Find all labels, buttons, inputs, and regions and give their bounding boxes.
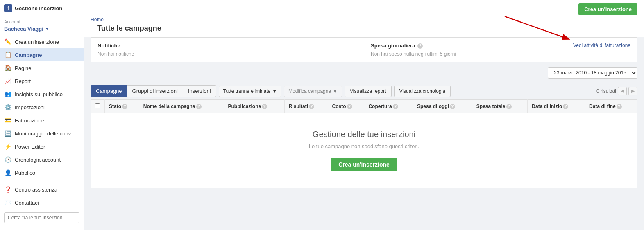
nome-help-icon[interactable]: ? [196,104,202,109]
pubblicazione-help-icon[interactable]: ? [262,104,267,109]
visualizza-report-button[interactable]: Visualizza report [345,86,392,97]
toolbar: CampagneGruppi di inserzioniInserzioni T… [91,82,637,99]
sidebar-item-centro_assistenza[interactable]: ❓Centro assistenza [0,183,84,196]
sidebar-item-label: Crea un'inserzione [15,39,59,45]
sidebar-item-cronologia[interactable]: 🕐Cronologia account [0,153,84,166]
table-body: Gestione delle tue inserzioni Le tue cam… [91,113,637,188]
sidebar-item-label: Contattaci [15,200,39,206]
crea-icon: ✏️ [4,38,11,45]
sidebar-search-area [0,209,84,226]
sidebar-item-power_editor[interactable]: ⚡Power Editor [0,140,84,153]
select-all-checkbox[interactable] [95,103,100,108]
next-page-button[interactable]: ▶ [628,87,637,95]
spesa_totale-help-icon[interactable]: ? [506,104,512,109]
sidebar-item-label: Impostazioni [15,104,45,110]
sidebar-item-campagne[interactable]: 📋Campagne [0,48,84,61]
table-header-spesa_totale: Spesa totale? [472,100,528,113]
account-section-label: Account [0,15,84,25]
page-title: Tutte le campagne [91,23,637,37]
monitoraggio-icon: 🔄 [4,130,11,137]
top-header-section: Crea un'inserzione Home Tutte le campagn… [84,0,644,37]
prev-page-button[interactable]: ◀ [618,87,627,95]
sidebar-item-label: Fatturazione [15,117,44,124]
modifica-dropdown-icon: ▼ [333,88,338,94]
empty-state: Gestione delle tue inserzioni Le tue cam… [91,113,637,188]
table-header-spesa_oggi: Spesa di oggi? [413,100,472,113]
search-input[interactable] [4,212,79,223]
data_fine-help-icon[interactable]: ? [617,104,622,109]
sidebar-item-monitoraggio[interactable]: 🔄Monitoraggio delle conv... [0,127,84,140]
power_editor-icon: ⚡ [4,143,11,150]
visualizza-cronologia-button[interactable]: Visualizza cronologia [394,86,451,97]
sidebar-item-fatturazione[interactable]: 💳Fatturazione [0,114,84,127]
costo-help-icon[interactable]: ? [347,104,352,109]
table-header: Stato?Nome della campagna?Pubblicazione?… [91,100,637,113]
campaigns-table: Stato?Nome della campagna?Pubblicazione?… [91,99,637,188]
spending-text: Non hai speso nulla negli ultimi 5 giorn… [371,51,630,57]
spending-panel: Spesa giornaliera ? Vedi attività di fat… [364,38,637,62]
modifica-campagne-button[interactable]: Modifica campagne ▼ [284,86,342,97]
date-range-row: 23 marzo 2010 - 18 maggio 2015 [91,67,637,79]
sidebar-item-impostazioni[interactable]: ⚙️Impostazioni [0,101,84,114]
empty-state-description: Le tue campagne non soddisfano questi cr… [99,143,629,149]
table-header-data_inizio: Data di inizio? [528,100,585,113]
header-actions: Crea un'inserzione [84,0,644,15]
sidebar-item-label: Campagne [15,52,42,58]
results-count: 0 risultati ◀ ▶ [596,87,637,95]
impostazioni-icon: ⚙️ [4,104,11,111]
campagne-icon: 📋 [4,51,11,59]
info-panel: Notifiche Non hai notifiche Spesa giorna… [91,37,637,62]
sidebar: f Gestione inserzioni Account Bacheca Vi… [0,0,84,230]
create-ad-button-top[interactable]: Crea un'inserzione [578,3,637,15]
spesa_oggi-help-icon[interactable]: ? [450,104,455,109]
table-header-pubblicazione: Pubblicazione? [224,100,284,113]
account-name[interactable]: Bacheca Viaggi ▼ [0,25,84,35]
table-header-stato: Stato? [105,100,139,113]
copertura-help-icon[interactable]: ? [393,104,398,109]
spending-title: Spesa giornaliera ? [371,43,423,49]
facebook-logo-icon: f [4,4,12,12]
sidebar-header: f Gestione inserzioni [0,0,84,15]
fatturazione-icon: 💳 [4,117,11,124]
sidebar-divider [0,181,84,181]
tab-gruppi[interactable]: Gruppi di inserzioni [127,85,183,97]
tab-inserzioni[interactable]: Inserzioni [183,85,216,97]
billing-activity-link[interactable]: Vedi attività di fatturazione [573,43,630,48]
pubblico-icon: 👤 [4,169,11,176]
date-range-select[interactable]: 23 marzo 2010 - 18 maggio 2015 [548,67,637,79]
sidebar-item-label: Pagine [15,65,31,71]
sidebar-item-insights[interactable]: 👥Insights sul pubblico [0,88,84,101]
sidebar-item-label: Centro assistenza [15,187,57,193]
dropdown-arrow-icon: ▼ [272,88,277,94]
sidebar-item-label: Power Editor [15,144,45,150]
report-icon: 📈 [4,77,11,85]
notifications-panel: Notifiche Non hai notifiche [91,38,364,62]
cronologia-icon: 🕐 [4,156,11,163]
data_inizio-help-icon[interactable]: ? [563,104,568,109]
table-row: Gestione delle tue inserzioni Le tue cam… [91,113,637,188]
create-ad-button-center[interactable]: Crea un'inserzione [331,158,397,171]
account-dropdown-icon: ▼ [45,27,49,31]
notifications-text: Non hai notifiche [98,51,357,57]
sidebar-item-pagine[interactable]: 🏠Pagine [0,61,84,74]
tab-campagne[interactable]: Campagne [91,85,127,97]
sidebar-item-report[interactable]: 📈Report [0,74,84,88]
table-header-costo: Costo? [328,100,364,113]
stato-help-icon[interactable]: ? [122,104,127,109]
table-header-copertura: Copertura? [364,100,413,113]
filter-dropdown-button[interactable]: Tutte tranne eliminate ▼ [219,86,282,97]
sidebar-item-contattaci[interactable]: ✉️Contattaci [0,196,84,209]
sidebar-item-label: Monitoraggio delle conv... [15,131,75,137]
sidebar-item-label: Insights sul pubblico [15,91,63,97]
empty-state-title: Gestione delle tue inserzioni [99,130,629,139]
content-area: Notifiche Non hai notifiche Spesa giorna… [84,37,644,230]
app-title: Gestione inserzioni [15,5,64,11]
sidebar-item-crea[interactable]: ✏️Crea un'inserzione [0,35,84,48]
breadcrumb: Home [91,17,637,23]
sidebar-item-pubblico[interactable]: 👤Pubblico [0,166,84,179]
spending-help-icon[interactable]: ? [417,43,423,49]
pagine-icon: 🏠 [4,64,11,72]
table-header-data_fine: Data di fine? [585,100,637,113]
risultati-help-icon[interactable]: ? [309,104,314,109]
sidebar-item-label: Report [15,78,31,84]
